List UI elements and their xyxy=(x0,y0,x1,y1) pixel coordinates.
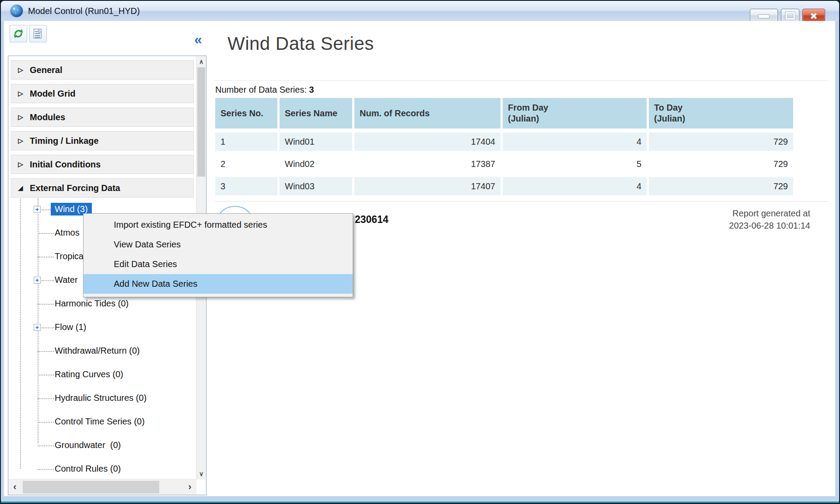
chevron-right-icon: ▷ xyxy=(11,137,30,145)
scroll-up-icon[interactable]: ∧ xyxy=(196,56,206,67)
sidebar-item-label: Timing / Linkage xyxy=(30,136,98,146)
sidebar-collapse-button[interactable]: « xyxy=(191,31,206,48)
column-header-num-records: Num. of Records xyxy=(354,98,500,129)
sidebar-item-label: Model Grid xyxy=(30,89,75,99)
column-header-series-name: Series Name xyxy=(280,98,352,129)
report-button[interactable] xyxy=(29,25,47,42)
tree-item-label: Control Time Series (0) xyxy=(55,417,145,427)
cell-from-day: 4 xyxy=(503,177,647,195)
tree-item-label: Atmos xyxy=(55,228,80,238)
vertical-scrollbar-thumb[interactable] xyxy=(197,67,205,177)
table-row[interactable]: 3 Wind03 17407 4 729 xyxy=(215,177,793,195)
client-area: « Wind Data Series Number of Data Series… xyxy=(4,21,835,496)
sidebar-item-label: Modules xyxy=(30,112,65,122)
tree-horizontal-scrollbar[interactable]: ‹ › xyxy=(8,479,196,495)
chevron-right-icon: ▷ xyxy=(11,66,30,74)
tree-item-label: Groundwater (0) xyxy=(55,440,121,450)
chevron-right-icon: ▷ xyxy=(11,113,30,121)
context-menu: Import existing EFDC+ formatted series V… xyxy=(83,213,353,297)
scroll-right-icon[interactable]: › xyxy=(183,480,196,495)
horizontal-scrollbar-thumb[interactable] xyxy=(23,481,159,494)
expand-plus-icon[interactable]: + xyxy=(34,277,41,284)
tree-item-control-rules[interactable]: Control Rules (0) xyxy=(8,460,203,479)
sidebar-item-modules[interactable]: ▷Modules xyxy=(11,108,194,127)
sidebar-item-timing-linkage[interactable]: ▷Timing / Linkage xyxy=(11,131,194,150)
from-day-line2: (Julian) xyxy=(508,113,539,124)
menu-item-view-data-series[interactable]: View Data Series xyxy=(84,235,353,254)
tree-connector xyxy=(38,398,54,399)
expand-plus-icon[interactable]: + xyxy=(34,324,41,331)
cell-num-records: 17387 xyxy=(354,155,500,173)
cell-series-name: Wind01 xyxy=(280,132,352,151)
cell-num-records: 17407 xyxy=(354,177,500,195)
series-count-label: Number of Data Series: xyxy=(215,85,307,94)
cell-series-no: 3 xyxy=(215,177,277,195)
sidebar-item-model-grid[interactable]: ▷Model Grid xyxy=(11,84,194,103)
cell-series-name: Wind02 xyxy=(280,155,352,173)
table-row[interactable]: 1 Wind01 17404 4 729 xyxy=(215,132,793,151)
tree-item-withdrawal-return[interactable]: Withdrawal/Return (0) xyxy=(8,342,203,361)
tree-item-harmonic-tides[interactable]: Harmonic Tides (0) xyxy=(8,295,203,314)
tree-connector xyxy=(38,351,54,352)
cell-from-day: 4 xyxy=(503,132,647,151)
minimize-button[interactable] xyxy=(750,9,778,22)
data-series-table: Series No. Series Name Num. of Records F… xyxy=(215,98,793,195)
titlebar[interactable]: Model Control (Run01_HYD) xyxy=(1,1,839,21)
tree-item-label: Water xyxy=(55,275,78,285)
report-timestamp: Report generated at 2023-06-28 10:01:14 xyxy=(648,207,810,232)
tree-connector xyxy=(42,327,54,328)
tree-item-flow[interactable]: + Flow (1) xyxy=(8,318,203,337)
cell-series-no: 1 xyxy=(215,132,277,151)
scroll-left-icon[interactable]: ‹ xyxy=(8,480,21,495)
version-text-fragment: 230614 xyxy=(355,214,388,226)
tree-connector xyxy=(38,375,54,375)
cell-num-records: 17404 xyxy=(354,132,500,151)
tree-item-label: Control Rules (0) xyxy=(55,464,121,474)
sidebar-item-initial-conditions[interactable]: ▷Initial Conditions xyxy=(11,155,194,174)
tree-item-label: Tropica xyxy=(55,251,84,261)
scroll-down-icon[interactable]: ∨ xyxy=(196,468,206,480)
title-separator xyxy=(214,80,829,81)
tree-connector xyxy=(38,257,54,257)
menu-item-edit-data-series[interactable]: Edit Data Series xyxy=(84,254,353,274)
sidebar-item-label: External Forcing Data xyxy=(30,183,120,193)
sidebar-item-label: Initial Conditions xyxy=(30,160,101,170)
tree-connector xyxy=(38,422,54,423)
sidebar-item-general[interactable]: ▷General xyxy=(11,60,194,80)
cell-from-day: 5 xyxy=(503,155,647,173)
tree-item-groundwater[interactable]: Groundwater (0) xyxy=(8,436,203,455)
window-frame-accent xyxy=(1,501,839,503)
tree-connector xyxy=(38,304,54,305)
sidebar-item-external-forcing-data[interactable]: ◢External Forcing Data xyxy=(11,178,194,198)
tree-connector xyxy=(38,469,54,470)
tree-item-control-time-series[interactable]: Control Time Series (0) xyxy=(8,413,203,432)
menu-item-add-new-data-series[interactable]: Add New Data Series xyxy=(84,274,353,294)
tree-item-hydraulic-structures[interactable]: Hydraulic Structures (0) xyxy=(8,389,203,408)
column-header-from-day: From Day(Julian) xyxy=(503,98,647,129)
tree-item-label: Flow (1) xyxy=(55,322,86,332)
cell-series-name: Wind03 xyxy=(280,177,352,195)
series-count-value: 3 xyxy=(309,85,314,94)
expand-plus-icon[interactable]: + xyxy=(34,206,41,213)
to-day-line1: To Day xyxy=(654,102,682,113)
close-button[interactable] xyxy=(802,9,825,22)
menu-item-import-series[interactable]: Import existing EFDC+ formatted series xyxy=(84,215,353,235)
cell-to-day: 729 xyxy=(649,177,793,195)
cell-to-day: 729 xyxy=(649,132,793,151)
maximize-button[interactable] xyxy=(781,9,799,22)
series-count: Number of Data Series: 3 xyxy=(215,85,314,95)
table-row[interactable]: 2 Wind02 17387 5 729 xyxy=(215,155,793,173)
tree-connector xyxy=(38,445,54,446)
maximize-icon xyxy=(786,12,795,19)
refresh-button[interactable] xyxy=(10,25,27,42)
page-title: Wind Data Series xyxy=(228,33,374,54)
sidebar-item-label: General xyxy=(30,65,62,75)
tree-item-label: Withdrawal/Return (0) xyxy=(55,346,140,356)
chevron-right-icon: ▷ xyxy=(11,160,30,168)
tree-item-rating-curves[interactable]: Rating Curves (0) xyxy=(8,365,203,385)
from-day-line1: From Day xyxy=(508,102,548,113)
chevron-expanded-icon: ◢ xyxy=(11,184,30,191)
table-bottom-separator xyxy=(214,201,829,202)
tree-connector xyxy=(42,280,54,281)
refresh-icon xyxy=(13,28,24,39)
